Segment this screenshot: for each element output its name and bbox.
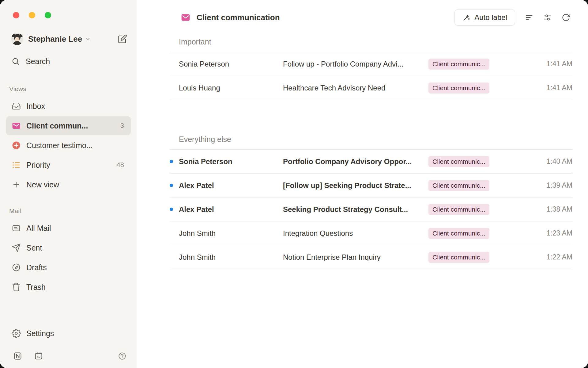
email-row[interactable]: Sonia Peterson Follow up - Portfolio Com… xyxy=(170,52,573,76)
view-title-group: Client communication xyxy=(181,13,280,22)
mail-pink-icon xyxy=(181,13,190,22)
email-sender: Louis Huang xyxy=(179,84,283,92)
drafts-icon xyxy=(12,263,21,272)
sidebar-item-all-mail[interactable]: All Mail xyxy=(6,219,131,238)
sidebar-item-new-view[interactable]: New view xyxy=(6,175,131,194)
sidebar-item-label: Client commun... xyxy=(26,121,88,130)
email-time: 1:39 AM xyxy=(547,181,573,190)
email-sender: Alex Patel xyxy=(179,205,283,214)
user-name: Stephanie Lee xyxy=(28,34,82,44)
all-mail-icon xyxy=(12,224,21,233)
sidebar-item-label: New view xyxy=(26,180,59,189)
sidebar-item-label: Trash xyxy=(26,283,46,292)
sidebar-item-label: All Mail xyxy=(26,224,51,233)
email-row[interactable]: John Smith Integration Questions Client … xyxy=(170,221,573,245)
email-label-badge[interactable]: Client communic... xyxy=(428,228,489,239)
email-subject: Notion Enterprise Plan Inquiry xyxy=(283,253,428,262)
trash-icon xyxy=(12,282,21,292)
search-button[interactable]: Search xyxy=(6,53,131,69)
sidebar: Stephanie Lee Search Views xyxy=(0,0,137,368)
unread-dot-icon xyxy=(170,62,173,66)
email-label-badge[interactable]: Client communic... xyxy=(428,204,489,215)
email-subject: [Follow up] Seeking Product Strate... xyxy=(283,181,428,190)
section-title: Important xyxy=(170,31,573,52)
sidebar-item-settings[interactable]: Settings xyxy=(6,324,131,343)
zoom-window-button[interactable] xyxy=(45,12,51,18)
email-label-badge[interactable]: Client communic... xyxy=(428,252,489,263)
page-title: Client communication xyxy=(197,13,280,22)
filter-icon[interactable] xyxy=(525,13,533,22)
mail-pink-icon xyxy=(12,121,21,130)
plus-icon xyxy=(12,180,21,189)
calendar-icon[interactable]: 15 xyxy=(34,352,43,360)
unread-dot-icon xyxy=(170,208,173,211)
email-label-badge[interactable]: Client communic... xyxy=(428,82,489,94)
priority-count-badge: 48 xyxy=(117,161,124,169)
email-subject: Follow up - Portfolio Company Advi... xyxy=(283,60,428,68)
email-sender: John Smith xyxy=(179,229,283,238)
auto-label-wand-icon xyxy=(462,13,470,21)
priority-list-icon xyxy=(12,160,21,170)
gear-icon xyxy=(12,329,21,338)
email-row[interactable]: Alex Patel [Follow up] Seeking Product S… xyxy=(170,174,573,197)
email-label-badge[interactable]: Client communic... xyxy=(428,180,489,191)
unread-count-badge: 3 xyxy=(120,122,124,130)
section-title: Everything else xyxy=(170,128,573,150)
sidebar-item-priority[interactable]: Priority 48 xyxy=(6,155,131,174)
email-label-badge[interactable]: Client communic... xyxy=(428,59,489,70)
sidebar-spacer xyxy=(6,297,131,324)
unread-dot-icon xyxy=(170,184,173,187)
display-settings-sliders-icon[interactable] xyxy=(543,13,552,22)
sidebar-item-inbox[interactable]: Inbox xyxy=(6,97,131,116)
email-label-badge[interactable]: Client communic... xyxy=(428,156,489,167)
minimize-window-button[interactable] xyxy=(29,12,35,18)
unread-dot-icon xyxy=(170,160,173,163)
email-subject: Integration Questions xyxy=(283,229,428,238)
email-section-everything-else: Everything else Sonia Peterson Portfolio… xyxy=(170,128,573,269)
notion-logo-icon[interactable] xyxy=(13,352,22,360)
search-label: Search xyxy=(26,57,50,66)
email-row[interactable]: Alex Patel Seeking Product Strategy Cons… xyxy=(170,197,573,221)
mail-section-label: Mail xyxy=(9,207,131,215)
sidebar-item-client-communication[interactable]: Client commun... 3 xyxy=(6,116,131,135)
email-section-important: Important Sonia Peterson Follow up - Por… xyxy=(170,31,573,100)
email-subject: Portfolio Company Advisory Oppor... xyxy=(283,157,428,166)
svg-text:15: 15 xyxy=(37,355,40,358)
email-time: 1:23 AM xyxy=(547,229,573,237)
sidebar-item-sent[interactable]: Sent xyxy=(6,238,131,257)
sidebar-item-label: Sent xyxy=(26,243,42,252)
sidebar-item-trash[interactable]: Trash xyxy=(6,278,131,297)
email-time: 1:22 AM xyxy=(547,253,573,261)
email-subject: Seeking Product Strategy Consult... xyxy=(283,205,428,214)
auto-label-button-label: Auto label xyxy=(474,13,507,22)
account-switcher[interactable]: Stephanie Lee xyxy=(6,31,131,47)
avatar xyxy=(11,33,23,45)
email-time: 1:38 AM xyxy=(547,205,573,213)
chevron-down-icon xyxy=(85,36,91,42)
email-row[interactable]: Sonia Peterson Portfolio Company Advisor… xyxy=(170,150,573,174)
unread-dot-icon xyxy=(170,86,173,90)
sidebar-item-drafts[interactable]: Drafts xyxy=(6,258,131,277)
refresh-icon[interactable] xyxy=(562,13,570,22)
sent-icon xyxy=(12,243,21,252)
window-controls xyxy=(6,0,131,18)
auto-label-button[interactable]: Auto label xyxy=(454,9,515,26)
email-sender: Sonia Peterson xyxy=(179,60,283,68)
email-time: 1:40 AM xyxy=(547,157,573,166)
help-icon[interactable] xyxy=(118,352,126,360)
mail-header: Client communication Auto label xyxy=(137,0,588,31)
email-sender: Alex Patel xyxy=(179,181,283,190)
views-section-label: Views xyxy=(9,85,131,93)
app-window: Stephanie Lee Search Views xyxy=(0,0,588,368)
inbox-icon xyxy=(12,102,21,111)
email-row[interactable]: John Smith Notion Enterprise Plan Inquir… xyxy=(170,245,573,269)
compose-button[interactable] xyxy=(118,34,127,44)
search-icon xyxy=(11,57,20,66)
email-row[interactable]: Louis Huang Healthcare Tech Advisory Nee… xyxy=(170,76,573,100)
customer-plus-icon xyxy=(12,141,21,150)
mail-main-panel: Client communication Auto label xyxy=(137,0,588,368)
email-time: 1:41 AM xyxy=(547,84,573,92)
sidebar-item-customer-testimonials[interactable]: Customer testimo... xyxy=(6,136,131,155)
close-window-button[interactable] xyxy=(13,12,19,18)
sidebar-item-label: Drafts xyxy=(26,263,47,272)
